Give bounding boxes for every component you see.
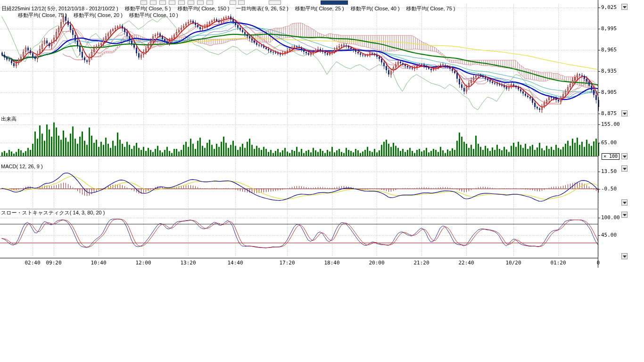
toolbar-icon[interactable] <box>197 0 204 5</box>
chart-canvas[interactable] <box>0 0 644 271</box>
price-axis-label: 8,935 <box>601 68 617 74</box>
chevron-down-icon[interactable] <box>621 110 627 116</box>
time-axis-label: 09:20 <box>46 260 61 266</box>
toolbar-icon[interactable] <box>140 0 147 5</box>
time-axis-label: 22:40 <box>458 260 474 266</box>
macd-axis-label: -0.50 <box>601 186 617 192</box>
legend-item: 移動平均( Close, 20 ) <box>74 12 123 19</box>
stochastics-panel-title: スロー・ストキャスティクス( 14, 3, 80, 20 ) <box>1 209 105 216</box>
legend-item: 移動平均( Close, 75 ) <box>18 12 67 19</box>
chevron-down-icon[interactable] <box>621 253 627 259</box>
time-axis-label: 01:20 <box>550 260 566 266</box>
stoch-axis-label: 45.00 <box>601 232 617 238</box>
chevron-down-icon[interactable] <box>621 199 627 206</box>
toolbar-icon[interactable] <box>178 0 185 5</box>
chevron-down-icon[interactable] <box>621 4 627 10</box>
volume-axis-label: 65.00 <box>601 140 617 146</box>
time-axis-label: 10/20 <box>505 260 521 266</box>
macd-axis-label: 13.50 <box>601 168 617 174</box>
price-axis-label: 9,025 <box>601 4 617 10</box>
time-axis-label: 17:20 <box>279 260 295 266</box>
time-axis-label: 12:00 <box>135 260 151 266</box>
time-axis-label: 02:40 <box>25 260 40 266</box>
time-axis-label: 21:20 <box>413 260 429 266</box>
time-axis-label: 10:40 <box>91 260 106 266</box>
stoch-axis-label: 100.00 <box>601 214 620 221</box>
price-axis-label: 8,965 <box>601 47 617 53</box>
chevron-down-icon[interactable] <box>621 153 627 159</box>
volume-panel-title: 出来高 <box>1 115 17 123</box>
toolbar-icon[interactable] <box>188 0 194 5</box>
time-axis-label: 13:20 <box>180 260 196 266</box>
volume-axis-label: 155.00 <box>601 121 620 127</box>
legend-item: 移動平均( Close, 25 ) <box>295 5 344 12</box>
legend-item: 移動平均( Close, 5 ) <box>125 5 171 12</box>
toolbar-icon[interactable] <box>230 0 236 5</box>
toolbar-icon[interactable] <box>206 0 213 5</box>
toolbar-icon[interactable] <box>238 0 245 5</box>
toolbar-icon[interactable] <box>169 0 175 5</box>
time-axis-label: 18:40 <box>324 260 339 266</box>
volume-multiplier-badge: × 100 <box>602 153 619 160</box>
time-axis-label: 20:00 <box>369 260 384 266</box>
toolbar-icon[interactable] <box>150 0 157 5</box>
price-axis-label: 8,995 <box>601 25 617 32</box>
legend-row-2: 移動平均( Close, 75 )移動平均( Close, 20 )移動平均( … <box>18 12 178 19</box>
price-axis-label: 8,875 <box>601 110 617 116</box>
legend-row-1: 日経225mini 12/12( 5分, 2012/10/18 - 2012/1… <box>1 5 455 12</box>
chevron-down-icon[interactable] <box>621 212 627 218</box>
chart-window: 日経225mini 12/12( 5分, 2012/10/18 - 2012/1… <box>0 0 644 362</box>
legend-item: 移動平均( Close, 75 ) <box>406 5 455 12</box>
legend-item: 移動平均( Close, 40 ) <box>351 5 400 12</box>
chevron-down-icon[interactable] <box>621 165 627 172</box>
legend-item: 移動平均( Close, 10 ) <box>129 12 178 19</box>
time-axis-label: 14:40 <box>227 260 243 266</box>
time-axis-label: 0 <box>597 260 600 266</box>
toolbar-icon[interactable] <box>159 0 166 5</box>
toolbar-dark-button[interactable] <box>321 0 348 5</box>
macd-panel-title: MACD( 12, 26, 9 ) <box>1 164 43 169</box>
price-axis-label: 8,905 <box>601 89 617 95</box>
legend-item: 移動平均( Close, 150 ) <box>177 5 229 12</box>
legend-item: 日経225mini 12/12( 5分, 2012/10/18 - 2012/1… <box>1 5 118 12</box>
toolbar-icon[interactable] <box>269 0 281 5</box>
legend-item: 一目均衡表( 9, 26, 52 ) <box>236 5 288 12</box>
